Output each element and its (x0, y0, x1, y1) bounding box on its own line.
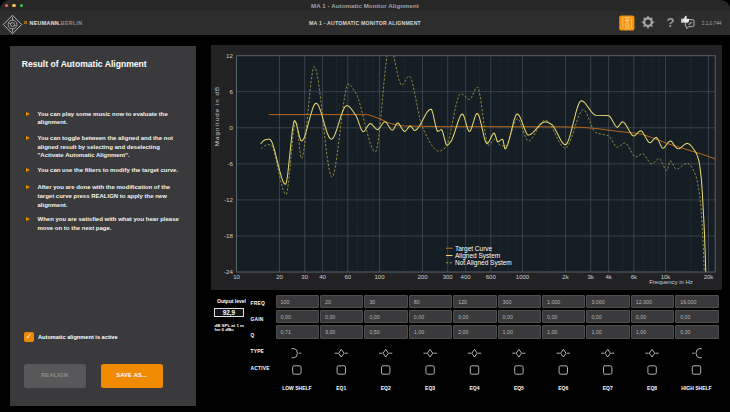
svg-text:Frequency in Hz: Frequency in Hz (649, 279, 693, 285)
svg-text:-24: -24 (224, 268, 234, 275)
svg-text:HIGH SHELF: HIGH SHELF (681, 385, 711, 391)
svg-text:0: 0 (230, 124, 234, 131)
svg-text:300: 300 (443, 274, 454, 280)
svg-text:100: 100 (374, 274, 385, 280)
svg-text:12: 12 (226, 52, 233, 59)
svg-text:Magnitude in dB: Magnitude in dB (213, 86, 220, 146)
svg-text:20: 20 (276, 274, 283, 280)
svg-text:60: 60 (344, 274, 351, 280)
svg-text:30: 30 (301, 274, 308, 280)
svg-text:3k: 3k (588, 274, 595, 280)
svg-text:EQ8: EQ8 (647, 385, 657, 391)
svg-text:1000: 1000 (516, 274, 530, 280)
svg-text:EQ4: EQ4 (469, 385, 479, 391)
svg-text:-18: -18 (224, 232, 234, 239)
svg-text:Not Aligned System: Not Aligned System (455, 259, 512, 267)
svg-text:200: 200 (417, 274, 428, 280)
svg-text:6k: 6k (631, 274, 638, 280)
svg-text:20k: 20k (704, 274, 715, 280)
svg-text:EQ5: EQ5 (514, 385, 524, 391)
svg-text:600: 600 (486, 274, 497, 280)
svg-text:EQ2: EQ2 (381, 385, 391, 391)
svg-text:LOW SHELF: LOW SHELF (282, 385, 311, 391)
svg-text:EQ3: EQ3 (425, 385, 435, 391)
svg-text:-12: -12 (224, 196, 234, 203)
svg-text:4k: 4k (605, 274, 612, 280)
svg-text:400: 400 (461, 274, 472, 280)
svg-text:2.1.0.744: 2.1.0.744 (702, 21, 722, 26)
svg-text:EQ6: EQ6 (558, 385, 568, 391)
svg-text:?: ? (667, 15, 675, 30)
svg-text:2k: 2k (562, 274, 569, 280)
svg-text:EQ7: EQ7 (603, 385, 613, 391)
svg-text:-6: -6 (227, 160, 233, 167)
svg-text:10: 10 (233, 274, 240, 280)
svg-text:EQ1: EQ1 (336, 385, 346, 391)
svg-text:6: 6 (230, 88, 234, 95)
svg-text:40: 40 (319, 274, 326, 280)
